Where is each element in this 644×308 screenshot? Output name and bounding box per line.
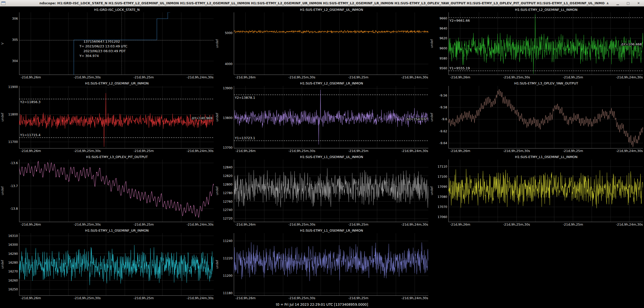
x-tick-label: -21d,9h,26m — [21, 75, 41, 79]
y-tick-label: 11220 — [223, 257, 233, 260]
plot-area[interactable] — [234, 160, 428, 222]
x-axis-ticks: -21d,9h,26m-21d,9h,25m,30s-21d,9h,25m-21… — [448, 148, 643, 153]
y-axis-ticks: 139001380013700 — [220, 86, 234, 148]
x-tick-label: -21d,9h,25m — [348, 296, 368, 300]
y-tick-label: 13800 — [223, 116, 233, 120]
y-tick-label: -13.6 — [10, 161, 18, 165]
y-tick-label: -9.64 — [439, 141, 447, 145]
x-tick-label: -21d,9h,25m — [134, 149, 154, 153]
cursor-y1-label: Y1=13723.1 — [235, 136, 255, 140]
plot-grid: H1:GRD-ISC_LOCK_STATE_NV3063053041371560… — [0, 7, 644, 301]
plot-area[interactable]: 1371560647.1701202T= 2023/06/23 13:03:49… — [19, 12, 214, 75]
plot-h1-sus-etmy-l3-oplev-pit-output: H1:SUS-ETMY_L3_OPLEV_PIT_OUTPUTundef-13.… — [0, 154, 215, 228]
x-axis-ticks: -21d,9h,26m-21d,9h,25m,30s-21d,9h,25m-21… — [19, 222, 214, 227]
x-tick-label: -21d,9h,25m — [348, 75, 368, 79]
y-axis-label: undef — [215, 113, 219, 121]
y-tick-label: 9640 — [439, 27, 447, 30]
plot-title: H1:SUS-ETMY_L1_OSEMINF_LR_INMON — [215, 228, 429, 233]
x-tick-label: -21d,9h,26m — [21, 223, 41, 226]
plot-area[interactable] — [234, 12, 428, 75]
y-axis-label: undef — [215, 260, 219, 269]
y-tick-label: 17060 — [438, 215, 447, 219]
shade-button[interactable]: ∧ — [606, 0, 609, 7]
cursor-y2-label: Y2=9661.66 — [449, 19, 470, 22]
plot-area[interactable]: Y2=11856.3Y1=11715.4ΔY=140.969 — [19, 86, 214, 148]
plot-area[interactable] — [234, 233, 428, 296]
y-tick-label: 16250 — [8, 288, 18, 291]
y-tick-label: -13.7 — [10, 184, 18, 188]
y-axis-ticks: -13.6-13.7-13.8 — [5, 160, 19, 222]
plot-area[interactable] — [448, 160, 643, 222]
x-tick-label: -21d,9h,24m,30s — [187, 149, 214, 153]
x-tick-label: -21d,9h,25m — [563, 223, 583, 226]
y-tick-label: 11180 — [223, 291, 233, 295]
y-tick-label: 12820 — [223, 174, 233, 178]
y-tick-label: 13700 — [223, 146, 233, 149]
plot-title: H1:SUS-ETMY_L2_OSEMINF_UL_INMON — [215, 7, 429, 12]
y-tick-label: 12760 — [223, 200, 233, 203]
x-tick-label: -21d,9h,25m,30s — [74, 149, 101, 153]
x-tick-label: -21d,9h,26m — [235, 149, 255, 153]
app-window-icon[interactable] — [1, 2, 6, 5]
y-tick-label: 16280 — [8, 261, 18, 264]
cursor-y1-label: Y1=9555.19 — [449, 66, 470, 70]
close-button[interactable]: ✕ — [637, 0, 640, 7]
y-tick-label: 4000 — [225, 62, 233, 66]
plot-title: H1:SUS-ETMY_L2_OSEMINF_LR_INMON — [215, 80, 429, 86]
y-tick-label: 306 — [12, 17, 18, 20]
svg-text:Y= 304.974: Y= 304.974 — [79, 54, 99, 58]
maximize-button[interactable]: □ — [627, 0, 630, 7]
plot-title: H1:SUS-ETMY_L3_OPLEV_PIT_OUTPUT — [0, 154, 215, 160]
y-axis-label: undef — [1, 113, 4, 121]
y-tick-label: 12800 — [223, 183, 233, 186]
y-tick-label: 17070 — [438, 205, 447, 209]
plot-title: H1:SUS-ETMY_L2_OSEMINF_LL_INMON — [429, 7, 644, 12]
svg-text:2023/06/23 06:03:49 PDT: 2023/06/23 06:03:49 PDT — [83, 49, 125, 53]
y-tick-label: 17090 — [438, 185, 447, 189]
y-tick-label: 13900 — [223, 86, 233, 90]
x-tick-label: -21d,9h,24m,30s — [401, 296, 428, 300]
y-tick-label: 12780 — [223, 191, 233, 195]
y-tick-label: -9.56 — [439, 94, 447, 97]
y-tick-label: 11200 — [223, 274, 233, 278]
plot-h1-sus-etmy-l1-oseminf-ul-inmon: H1:SUS-ETMY_L1_OSEMINF_UL_INMONundef1284… — [215, 154, 429, 228]
x-tick-label: -21d,9h,24m,30s — [401, 75, 428, 79]
plot-area[interactable] — [19, 233, 214, 296]
x-tick-label: -21d,9h,25m,30s — [503, 223, 530, 226]
plot-area[interactable]: Y2=13878.1Y1=13723.1ΔY=154.977 — [234, 86, 428, 148]
plot-h1-sus-etmy-l1-oseminf-lr-inmon: H1:SUS-ETMY_L1_OSEMINF_LR_INMONundef1124… — [215, 228, 429, 301]
x-tick-label: -21d,9h,24m,30s — [616, 223, 643, 226]
plot-h1-sus-etmy-l2-oseminf-lr-inmon: H1:SUS-ETMY_L2_OSEMINF_LR_INMONundef1390… — [215, 80, 429, 154]
x-tick-label: -21d,9h,25m,30s — [288, 223, 315, 226]
x-tick-label: -21d,9h,25m,30s — [74, 296, 101, 300]
y-tick-label: 9620 — [439, 37, 447, 40]
plot-h1-grd-isc-lock-state-n: H1:GRD-ISC_LOCK_STATE_NV3063053041371560… — [0, 7, 215, 80]
x-tick-label: -21d,9h,26m — [450, 149, 470, 153]
plot-area[interactable] — [448, 86, 643, 148]
plot-h1-sus-etmy-l1-oseminf-ll-inmon: H1:SUS-ETMY_L1_OSEMINF_LL_INMONundef1711… — [429, 154, 644, 228]
x-tick-label: -21d,9h,24m,30s — [187, 75, 214, 79]
y-tick-label: 16270 — [8, 270, 18, 273]
y-tick-label: -9.6 — [441, 117, 447, 121]
y-axis-label: undef — [430, 113, 434, 121]
plot-title: H1:SUS-ETMY_L2_OSEMINF_UR_INMON — [0, 80, 215, 86]
plot-area[interactable]: Y2=9661.66Y1=9555.19ΔY=106.468 — [448, 12, 643, 75]
x-axis-ticks: -21d,9h,26m-21d,9h,25m,30s-21d,9h,25m-21… — [234, 75, 428, 80]
x-tick-label: -21d,9h,26m — [235, 223, 255, 226]
plot-h1-sus-etmy-l2-oseminf-ur-inmon: H1:SUS-ETMY_L2_OSEMINF_UR_INMONundef1190… — [0, 80, 215, 154]
status-bar: t0 = Fri Jul 14 2023 22:29:01 UTC [13734… — [0, 301, 644, 308]
plot-title: H1:SUS-ETMY_L1_OSEMINF_UR_INMON — [0, 228, 215, 233]
x-tick-label: -21d,9h,26m — [21, 149, 41, 153]
x-tick-label: -21d,9h,25m,30s — [74, 223, 101, 226]
y-tick-label: -9.62 — [439, 130, 447, 133]
t0-timestamp: t0 = Fri Jul 14 2023 22:29:01 UTC [13734… — [276, 302, 368, 306]
x-tick-label: -21d,9h,25m,30s — [288, 75, 315, 79]
y-axis-label: undef — [1, 260, 4, 269]
plot-h1-sus-etmy-l1-oseminf-ur-inmon: H1:SUS-ETMY_L1_OSEMINF_UR_INMONundef1631… — [0, 228, 215, 301]
x-tick-label: -21d,9h,25m,30s — [503, 75, 530, 79]
y-tick-label: 12740 — [223, 208, 233, 212]
minimize-button[interactable]: ▁ — [617, 0, 619, 7]
plot-area[interactable] — [19, 160, 214, 222]
cursor-dy-label: ΔY=154.977 — [407, 117, 427, 121]
x-axis-ticks: -21d,9h,26m-21d,9h,25m,30s-21d,9h,25m-21… — [234, 296, 428, 301]
